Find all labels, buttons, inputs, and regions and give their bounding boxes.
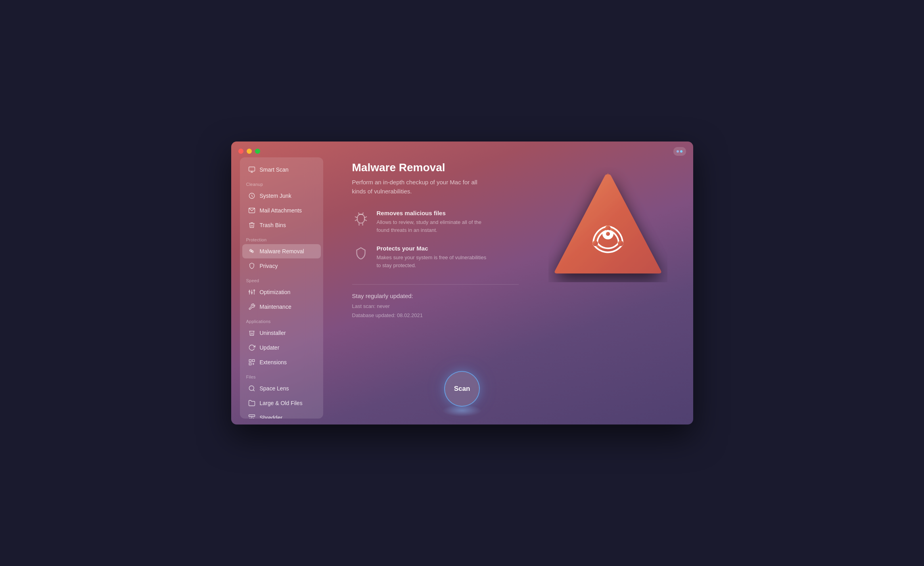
- sidebar-item-label: Mail Attachments: [260, 207, 302, 214]
- sidebar-item-smart-scan[interactable]: Smart Scan: [242, 163, 321, 177]
- sidebar-item-label: Large & Old Files: [260, 400, 303, 406]
- svg-line-21: [253, 390, 254, 391]
- sidebar-section-files: Files: [240, 370, 323, 381]
- svg-point-36: [592, 241, 598, 246]
- minimize-button[interactable]: [247, 149, 252, 154]
- scan-button-container: Scan: [442, 371, 482, 417]
- sidebar-item-label: Optimization: [260, 289, 291, 295]
- svg-point-20: [249, 386, 254, 390]
- close-button[interactable]: [238, 149, 243, 154]
- main-content: Malware Removal Perform an in-depth chec…: [332, 142, 693, 424]
- sidebar-item-label: Space Lens: [260, 385, 289, 392]
- shredder-icon: [248, 414, 256, 419]
- sidebar-item-label: Privacy: [260, 263, 278, 269]
- smart-scan-icon: [248, 166, 256, 174]
- sidebar-section-cleanup: Cleanup: [240, 177, 323, 188]
- sidebar-item-updater[interactable]: Updater: [242, 340, 321, 355]
- sidebar-item-label: Smart Scan: [260, 166, 289, 173]
- biohazard-svg: [548, 167, 667, 282]
- sidebar: Smart Scan Cleanup System Junk Mail Atta…: [240, 157, 323, 419]
- mail-icon: [248, 207, 256, 214]
- bug-icon: [352, 210, 370, 227]
- svg-point-14: [253, 290, 255, 291]
- sidebar-item-space-lens[interactable]: Space Lens: [242, 381, 321, 396]
- sidebar-item-malware-removal[interactable]: Malware Removal: [242, 244, 321, 258]
- sidebar-item-label: Trash Bins: [260, 222, 286, 228]
- trash-icon: [248, 221, 256, 229]
- svg-line-29: [364, 220, 367, 221]
- sidebar-item-label: Uninstaller: [260, 330, 286, 336]
- svg-rect-19: [249, 363, 251, 365]
- feature-title: Protects your Mac: [377, 245, 488, 252]
- space-lens-icon: [248, 384, 256, 392]
- uninstaller-icon: [248, 329, 256, 337]
- sidebar-item-mail-attachments[interactable]: Mail Attachments: [242, 203, 321, 218]
- svg-point-12: [249, 291, 250, 292]
- sidebar-item-trash-bins[interactable]: Trash Bins: [242, 218, 321, 232]
- sidebar-item-label: Shredder: [260, 415, 283, 419]
- sidebar-item-large-old-files[interactable]: Large & Old Files: [242, 396, 321, 410]
- sidebar-item-uninstaller[interactable]: Uninstaller: [242, 326, 321, 340]
- sidebar-item-maintenance[interactable]: Maintenance: [242, 300, 321, 314]
- feature-desc: Makes sure your system is free of vulner…: [377, 254, 488, 269]
- biohazard-illustration: [539, 161, 677, 288]
- privacy-icon: [248, 262, 256, 270]
- sidebar-section-protection: Protection: [240, 233, 323, 244]
- feature-desc: Allows to review, study and eliminate al…: [377, 218, 488, 234]
- feature-title: Removes malicious files: [377, 210, 488, 216]
- svg-point-13: [251, 292, 252, 293]
- last-scan-info: Last scan: never Database updated: 08.02…: [352, 302, 673, 320]
- maintenance-icon: [248, 303, 256, 311]
- extensions-icon: [248, 358, 256, 366]
- sidebar-item-label: System Junk: [260, 193, 291, 199]
- svg-rect-0: [249, 167, 255, 171]
- indicator-dot-active: [680, 150, 682, 153]
- svg-line-27: [364, 217, 367, 218]
- sidebar-item-extensions[interactable]: Extensions: [242, 355, 321, 369]
- app-window: Smart Scan Cleanup System Junk Mail Atta…: [231, 142, 693, 424]
- sidebar-section-speed: Speed: [240, 273, 323, 285]
- feature-text-malicious: Removes malicious files Allows to review…: [377, 210, 488, 234]
- update-section: Stay regularly updated: Last scan: never…: [352, 293, 673, 320]
- top-right-indicator[interactable]: [673, 147, 686, 156]
- sidebar-item-label: Malware Removal: [260, 248, 304, 254]
- shield-icon: [352, 245, 370, 262]
- feature-text-protect: Protects your Mac Makes sure your system…: [377, 245, 488, 269]
- svg-point-35: [618, 241, 623, 246]
- svg-line-26: [355, 217, 357, 218]
- update-title: Stay regularly updated:: [352, 293, 673, 299]
- indicator-dot: [677, 150, 679, 153]
- large-files-icon: [248, 399, 256, 407]
- svg-point-38: [606, 232, 610, 236]
- sidebar-item-label: Extensions: [260, 359, 287, 365]
- sidebar-item-label: Updater: [260, 344, 280, 351]
- sidebar-item-optimization[interactable]: Optimization: [242, 285, 321, 299]
- feature-item-protect: Protects your Mac Makes sure your system…: [352, 245, 519, 269]
- traffic-lights: [238, 149, 260, 154]
- svg-rect-22: [249, 415, 255, 417]
- biohazard-icon: [248, 247, 256, 255]
- sidebar-item-shredder[interactable]: Shredder: [242, 411, 321, 419]
- sidebar-item-system-junk[interactable]: System Junk: [242, 189, 321, 203]
- system-junk-icon: [248, 192, 256, 200]
- page-subtitle: Perform an in-depth checkup of your Mac …: [352, 178, 487, 196]
- sidebar-item-privacy[interactable]: Privacy: [242, 259, 321, 273]
- svg-line-28: [355, 220, 357, 221]
- maximize-button[interactable]: [255, 149, 260, 154]
- scan-button[interactable]: Scan: [444, 371, 480, 407]
- updater-icon: [248, 344, 256, 352]
- optimization-icon: [248, 288, 256, 296]
- svg-rect-17: [249, 359, 251, 361]
- sidebar-item-label: Maintenance: [260, 304, 291, 310]
- feature-item-malicious: Removes malicious files Allows to review…: [352, 210, 519, 234]
- svg-rect-18: [252, 359, 254, 361]
- divider: [352, 284, 519, 285]
- sidebar-section-applications: Applications: [240, 314, 323, 325]
